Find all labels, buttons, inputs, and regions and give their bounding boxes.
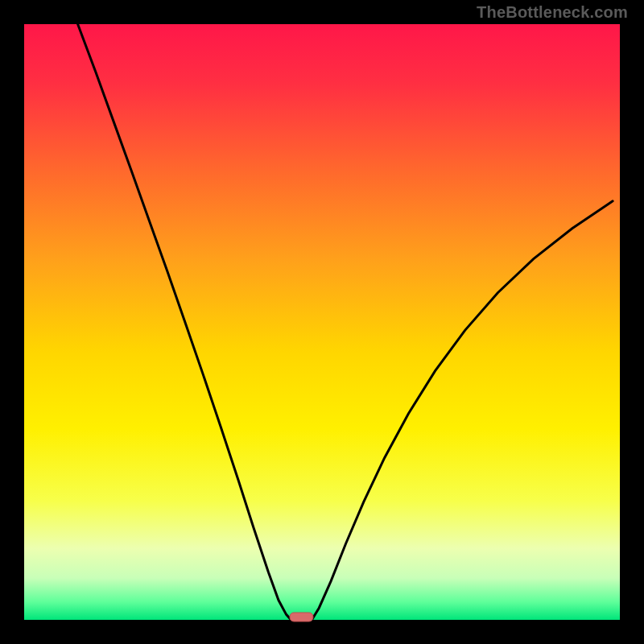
chart-frame: { "attribution": "TheBottleneck.com", "c… bbox=[0, 0, 644, 644]
attribution-text: TheBottleneck.com bbox=[477, 3, 628, 22]
plot-area bbox=[24, 24, 620, 620]
bottleneck-chart bbox=[0, 0, 644, 644]
optimal-marker bbox=[290, 613, 313, 621]
